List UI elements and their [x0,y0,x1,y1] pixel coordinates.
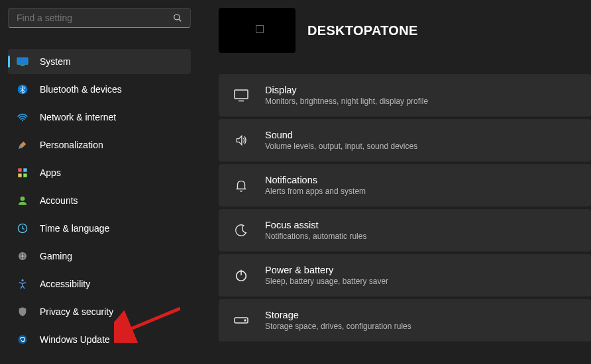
svg-rect-7 [23,168,27,171]
card-power[interactable]: Power & battery Sleep, battery usage, ba… [219,254,591,296]
nav-apps[interactable]: Apps [8,160,191,185]
svg-rect-8 [18,173,21,177]
card-subtitle: Sleep, battery usage, battery saver [265,277,388,286]
card-subtitle: Alerts from apps and system [265,187,366,196]
bluetooth-icon [16,83,29,96]
shield-icon [16,305,29,318]
nav: System Bluetooth & devices Network & int… [8,49,191,352]
search-icon [173,13,182,23]
card-body: Notifications Alerts from apps and syste… [265,175,366,196]
desktop-thumbnail [219,8,296,53]
card-body: Storage Storage space, drives, configura… [265,310,411,331]
network-icon [16,111,29,124]
nav-label: Bluetooth & devices [40,84,122,95]
accounts-icon [16,194,29,207]
svg-point-10 [21,197,25,201]
header: DESKTOPATONE [219,8,591,53]
card-body: Power & battery Sleep, battery usage, ba… [265,265,388,286]
power-icon [232,268,250,283]
nav-bluetooth[interactable]: Bluetooth & devices [8,77,191,102]
nav-label: Network & internet [40,112,116,122]
main-content: DESKTOPATONE Display Monitors, brightnes… [199,0,591,364]
nav-accessibility[interactable]: Accessibility [8,271,191,296]
nav-windows-update[interactable]: Windows Update [8,327,191,352]
nav-label: Accessibility [40,279,90,289]
svg-rect-3 [21,65,25,66]
card-subtitle: Volume levels, output, input, sound devi… [265,142,417,151]
sidebar: System Bluetooth & devices Network & int… [0,0,199,364]
card-title: Storage [265,310,411,320]
card-body: Sound Volume levels, output, input, soun… [265,130,417,151]
nav-accounts[interactable]: Accounts [8,188,191,213]
personalization-icon [16,138,29,152]
card-storage[interactable]: Storage Storage space, drives, configura… [219,299,591,341]
svg-point-15 [18,335,27,343]
svg-rect-9 [23,173,27,177]
svg-point-5 [22,120,23,121]
accessibility-icon [16,277,29,291]
system-icon [16,55,29,68]
card-display[interactable]: Display Monitors, brightness, night ligh… [219,74,591,116]
nav-label: Accounts [40,195,78,206]
nav-label: Privacy & security [40,306,113,317]
nav-label: Apps [40,167,61,178]
nav-privacy[interactable]: Privacy & security [8,299,191,324]
card-subtitle: Storage space, drives, configuration rul… [265,322,411,331]
card-title: Notifications [265,175,366,185]
svg-line-1 [179,19,182,22]
nav-network[interactable]: Network & internet [8,105,191,130]
apps-icon [16,166,29,179]
svg-rect-6 [18,168,21,171]
nav-label: Personalization [40,140,103,150]
moon-icon [232,223,250,238]
card-title: Display [265,85,428,95]
update-icon [16,333,29,346]
card-sound[interactable]: Sound Volume levels, output, input, soun… [219,119,591,161]
time-icon [16,222,29,235]
sound-icon [232,134,250,147]
nav-label: System [40,56,71,67]
svg-rect-16 [235,90,248,99]
card-title: Power & battery [265,265,388,275]
nav-gaming[interactable]: Gaming [8,244,191,269]
display-icon [232,89,250,102]
nav-label: Time & language [40,223,109,234]
nav-label: Gaming [40,251,72,261]
search-input[interactable] [17,13,173,23]
card-notifications[interactable]: Notifications Alerts from apps and syste… [219,164,591,206]
nav-label: Windows Update [40,334,110,345]
gaming-icon [16,250,29,263]
card-subtitle: Monitors, brightness, night light, displ… [265,97,428,106]
card-title: Focus assist [265,220,366,230]
search-box[interactable] [8,8,191,28]
device-title: DESKTOPATONE [307,23,418,38]
nav-system[interactable]: System [8,49,191,74]
card-focus-assist[interactable]: Focus assist Notifications, automatic ru… [219,209,591,251]
card-subtitle: Notifications, automatic rules [265,232,366,241]
nav-time-language[interactable]: Time & language [8,216,191,241]
storage-icon [232,316,250,325]
svg-point-0 [174,15,180,20]
card-body: Display Monitors, brightness, night ligh… [265,85,428,106]
card-body: Focus assist Notifications, automatic ru… [265,220,366,241]
svg-point-14 [21,279,23,281]
svg-rect-2 [17,58,28,65]
nav-personalization[interactable]: Personalization [8,132,191,158]
card-title: Sound [265,130,417,140]
svg-point-21 [244,320,246,321]
bell-icon [232,178,250,193]
